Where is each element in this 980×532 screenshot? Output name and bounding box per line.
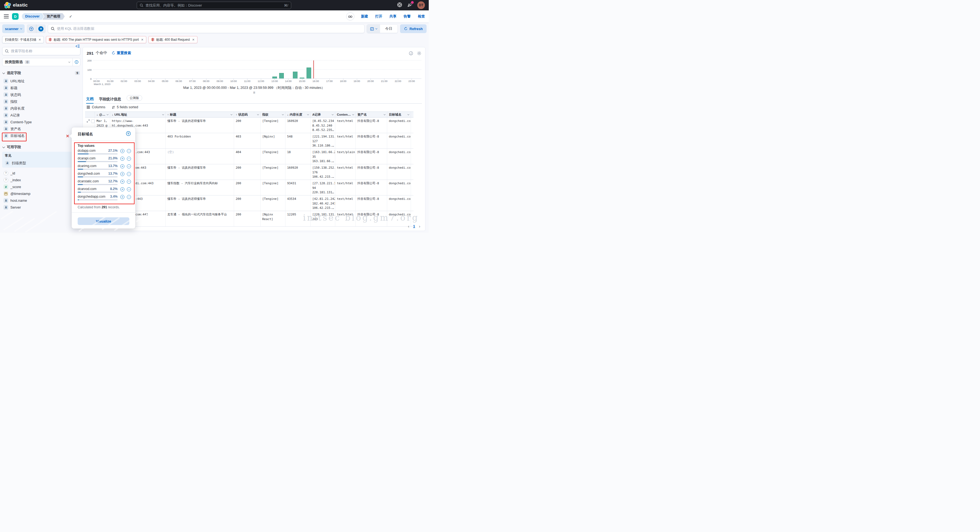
info-icon[interactable] [72,58,80,66]
chart-options-icon[interactable] [409,51,413,57]
selected-fields-section[interactable]: 选定字段 9 [3,70,80,75]
time-range-label[interactable]: 今日 [380,25,398,33]
kql-search-input[interactable]: 使用 KQL 语法筛选数据 [48,24,364,33]
avatar[interactable]: DT [417,2,425,9]
column-header-Content-Type[interactable]: Content-Type [335,112,356,117]
sidebar-field-资产名[interactable]: k资产名 [2,125,80,132]
calendar-dropdown[interactable] [367,25,380,33]
sidebar-field-_id[interactable]: ?_id [2,170,80,176]
histogram-bar[interactable] [307,68,311,78]
column-header-标题[interactable]: ↑标题 [166,112,234,117]
chevron-down-icon[interactable] [231,113,232,115]
column-header-状态码[interactable]: ↑状态码 [234,112,261,117]
chevron-down-icon[interactable] [407,113,409,115]
inspect-glasses-icon[interactable] [346,12,355,21]
filter-out-icon[interactable]: − [127,149,131,153]
filter-for-icon[interactable]: + [120,157,124,161]
tab-公测版[interactable]: 公测版 [127,95,142,103]
chevron-down-icon[interactable] [282,113,284,115]
chevron-down-icon[interactable] [162,113,164,115]
filter-out-icon[interactable]: − [127,195,131,199]
available-fields-section[interactable]: 可用字段 6 [3,145,80,149]
chevron-down-icon[interactable] [383,113,385,115]
histogram-bar[interactable] [300,78,304,78]
visualize-button[interactable]: Visualize [78,218,129,225]
filter-out-icon[interactable]: − [127,172,131,176]
app-badge[interactable]: D [12,13,19,20]
tab-字段统计信息[interactable]: 字段统计信息 [99,97,121,103]
gear-icon[interactable] [417,51,422,57]
chevron-down-icon[interactable] [257,113,259,115]
sort-fields-button[interactable]: 5 fields sorted [112,105,138,109]
sidebar-field-_score[interactable]: #_score [2,183,80,190]
add-filter-button[interactable]: + [37,24,46,33]
sidebar-field-host.name[interactable]: khost.name [2,197,80,204]
filter-for-icon[interactable]: + [120,187,124,191]
menu-icon[interactable] [4,14,9,18]
remove-filter-icon[interactable]: ✕ [141,38,143,41]
sidebar-field-Content-Type[interactable]: kContent-Type [2,119,80,125]
filter-pill[interactable]: 扫描类型: 子域名扫描✕ [2,36,44,43]
histogram-chart[interactable]: 010020000:0001:0002:0003:0004:0005:0006:… [83,58,425,86]
column-header-URL地址[interactable]: ↓URL地址 [110,112,166,117]
expand-row-icon[interactable] [87,119,90,124]
histogram-bar[interactable] [272,76,277,78]
next-page-icon[interactable]: › [419,224,420,229]
filter-out-icon[interactable]: − [127,164,131,168]
breadcrumb-item[interactable]: Discover [22,13,44,20]
sidebar-field-扫描类型[interactable]: k扫描类型 [3,160,79,167]
filter-for-icon[interactable]: + [120,195,124,199]
filter-for-icon[interactable]: + [120,172,124,176]
reset-search-link[interactable]: 重置搜索 [111,51,131,56]
filter-for-icon[interactable]: + [120,164,124,168]
columns-button[interactable]: Columns [87,105,105,109]
filter-pill[interactable]: 非标题: 400 The plain HTTP request was sent… [46,36,146,43]
nav-action-检查[interactable]: 检查 [418,14,425,19]
sidebar-field-内容长度[interactable]: k内容长度 [2,105,80,112]
tab-文档[interactable]: 文档 [86,97,94,103]
histogram-bar[interactable] [293,71,298,78]
sidebar-field-Server[interactable]: kServer [2,204,80,211]
resize-handle[interactable]: = [83,91,425,95]
chevron-down-icon[interactable] [107,113,108,115]
filter-out-icon[interactable]: − [127,179,131,184]
column-header-资产名[interactable]: 资产名 [356,112,387,117]
refresh-button[interactable]: Refresh [400,24,426,33]
sidebar-field-URL地址[interactable]: kURL地址 [2,78,80,84]
column-header-指纹[interactable]: 指纹 [261,112,285,117]
histogram-bar[interactable] [279,73,284,78]
filter-out-icon[interactable]: − [127,157,131,161]
prev-page-icon[interactable]: ‹ [408,224,409,229]
collapse-fields-icon[interactable] [75,44,80,49]
sidebar-field-状态码[interactable]: k状态码 [2,91,80,98]
column-header-@timestamp[interactable]: ↓@timestamp [95,112,110,117]
column-header-A记录[interactable]: A记录 [310,112,335,117]
row-checkbox[interactable] [91,119,95,123]
chevron-down-icon[interactable] [332,113,334,115]
column-header-内容长度[interactable]: ↓内容长度 [285,112,310,117]
column-header-目标域名[interactable]: 目标域名 [387,112,411,117]
filter-for-icon[interactable]: + [120,149,124,153]
chevron-down-icon[interactable] [352,113,354,115]
filter-by-type-select[interactable]: 按类型筛选 0 [2,58,80,66]
breadcrumb-item[interactable]: 资产梳理 [42,13,65,20]
newsfeed-icon[interactable] [407,2,412,8]
nav-action-告警[interactable]: 告警 [404,14,411,19]
data-view-picker[interactable]: scanner [2,24,25,33]
remove-filter-icon[interactable]: ✕ [38,38,41,41]
sidebar-field-A记录[interactable]: kA记录 [2,112,80,119]
field-filter-icon[interactable] [126,131,131,137]
filter-pill[interactable]: 非标题: 400 Bad Request✕ [148,36,197,43]
global-search-input[interactable]: 查找应用、内容等。例如：Discover ⌘/ [137,2,291,9]
chevron-down-icon[interactable] [307,113,309,115]
sidebar-field-指纹[interactable]: k指纹 [2,98,80,105]
remove-filter-icon[interactable]: ✕ [192,38,194,41]
help-icon[interactable] [397,2,402,8]
nav-action-新建[interactable]: 新建 [361,14,368,19]
sidebar-field-_index[interactable]: ?_index [2,176,80,183]
filter-menu-icon[interactable] [27,24,36,33]
elastic-logo[interactable]: elastic [4,2,28,9]
filter-out-icon[interactable]: − [127,187,131,191]
field-search-input[interactable]: 搜索字段名称 [2,47,80,55]
sidebar-field-@timestamp[interactable]: @timestamp [2,190,80,197]
